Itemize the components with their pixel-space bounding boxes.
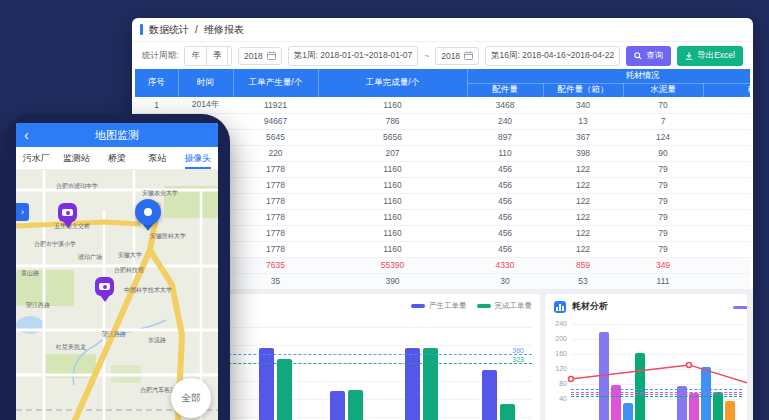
camera-pin-tail (100, 295, 110, 307)
table-cell: 240 (467, 113, 543, 129)
start-week-input[interactable]: 第1周: 2018-01-01~2018-01-07 (288, 46, 418, 66)
phone-tab[interactable]: 摄像头 (178, 147, 218, 169)
map-poi-label: 合肥市琥珀中学 (56, 182, 98, 191)
filter-bar: 统计周期: 年季月周日 2018 第1周: 2018-01-01~2018-01… (132, 42, 753, 69)
bar (348, 390, 363, 420)
end-year-select[interactable]: 2018 (435, 47, 479, 65)
table-cell: 367 (543, 129, 623, 145)
phone-screen: 地图监测 ‹ 污水厂监测站桥梁泵站摄像头 (16, 123, 218, 420)
table-cell: 7 (623, 113, 703, 129)
selected-camera-pin-tail (142, 223, 154, 237)
bar (330, 391, 345, 420)
table-cell: 390 (318, 273, 467, 289)
table-cell: 4330 (467, 257, 543, 273)
calendar-icon (464, 51, 473, 60)
table-cell: 1160 (318, 193, 467, 209)
sub-column-header: 水泥量 (623, 83, 703, 97)
map-view[interactable]: › 全部 合肥市琥珀中学安徽农业大学五里墩立交桥安徽医科大学合肥市宁溪小学琥珀广… (16, 170, 218, 420)
table-header: 序号时间工单产生量/个工单完成量/个耗材情况配件量配件量（箱）水泥量砂石量 (135, 69, 750, 97)
table-cell: 7635 (233, 257, 318, 273)
bar (405, 348, 420, 420)
table-row: 94667786240137650 (135, 113, 750, 129)
table-cell: 650 (703, 113, 750, 129)
table-cell: 2014年 (178, 97, 233, 113)
start-year-select[interactable]: 2018 (238, 47, 282, 65)
column-header: 时间 (178, 69, 233, 97)
selected-camera-pin[interactable] (135, 199, 161, 225)
table-cell: 456 (467, 241, 543, 257)
table-cell: 5656 (318, 129, 467, 145)
table-cell: 456 (467, 177, 543, 193)
sub-column-header: 砂石量 (703, 83, 750, 97)
period-label: 统计周期: (142, 50, 178, 62)
legend-swatch (411, 304, 425, 308)
end-week-input[interactable]: 第16周: 2018-04-16~2018-04-22 (485, 46, 620, 66)
map-poi-label: 红星美凯龙 (56, 343, 86, 352)
table-cell: 456 (467, 161, 543, 177)
table-cell: 67 (703, 225, 750, 241)
workorder-chart-legend: 产生工单量完成工单量 (411, 301, 532, 311)
camera-pin[interactable] (95, 277, 114, 296)
period-option[interactable]: 季 (206, 47, 228, 65)
table-cell: 90 (623, 145, 703, 161)
group-header: 耗材情况 (467, 69, 750, 83)
table-cell: 79 (623, 177, 703, 193)
table-cell: 11921 (233, 97, 318, 113)
table-cell: 79 (623, 161, 703, 177)
table-cell: 859 (543, 257, 623, 273)
phone-tab-bar: 污水厂监测站桥梁泵站摄像头 (16, 147, 218, 170)
table-cell: 125 (703, 129, 750, 145)
breadcrumb-accent (140, 24, 143, 35)
table-cell: 79 (623, 209, 703, 225)
map-poi-label: 黄山路 (21, 269, 39, 278)
table-cell: 111 (623, 273, 703, 289)
table-cell: 110 (467, 145, 543, 161)
start-week-value: 第1周: 2018-01-01~2018-01-07 (294, 50, 412, 62)
table-cell: 67 (703, 209, 750, 225)
legend-item: 产生工单量 (411, 301, 467, 311)
end-week-value: 第16周: 2018-04-16~2018-04-22 (491, 50, 614, 62)
legend-item: 完成工单量 (477, 301, 533, 311)
phone-tab[interactable]: 泵站 (137, 147, 177, 169)
table-cell: 122 (543, 161, 623, 177)
map-poi-label: 安徽农业大学 (142, 189, 178, 198)
table-cell: 3468 (467, 97, 543, 113)
table-cell: 124 (623, 129, 703, 145)
column-header: 工单完成量/个 (318, 69, 467, 97)
table-cell: 1160 (318, 177, 467, 193)
table-cell: 67 (703, 193, 750, 209)
period-option[interactable]: 年 (185, 47, 206, 65)
phone-tab[interactable]: 污水厂 (16, 147, 56, 169)
period-segment: 年季月周日 (184, 46, 232, 66)
breadcrumb-section[interactable]: 数据统计 (149, 23, 189, 37)
table-cell: 35 (233, 273, 318, 289)
table-cell: 79 (623, 225, 703, 241)
table-cell: 1160 (318, 161, 467, 177)
map-poi-label: 中国科学技术大学 (124, 286, 172, 295)
map-expand-button[interactable]: › (16, 203, 29, 221)
query-button-label: 查询 (646, 50, 663, 62)
table-cell: 250 (703, 97, 750, 113)
table-cell: 70 (623, 97, 703, 113)
map-poi-label: 合肥市宁溪小学 (34, 240, 76, 249)
end-year-value: 2018 (441, 51, 460, 61)
table-cell: 349 (623, 257, 703, 273)
table-cell: 122 (543, 209, 623, 225)
export-button-label: 导出Excel (697, 50, 735, 62)
breadcrumb-page: 维修报表 (204, 23, 244, 37)
show-all-button[interactable]: 全部 (171, 378, 211, 418)
phone-tab[interactable]: 桥梁 (97, 147, 137, 169)
period-option[interactable]: 月 (227, 47, 232, 65)
table-cell: 1778 (233, 209, 318, 225)
table-cell: 13 (543, 113, 623, 129)
export-excel-button[interactable]: 导出Excel (677, 46, 743, 66)
query-button[interactable]: 查询 (626, 46, 671, 66)
map-poi-label: 望江西路 (26, 301, 50, 310)
column-header: 序号 (135, 69, 178, 97)
camera-pin[interactable] (58, 203, 77, 222)
map-poi-label: 东流路 (148, 336, 166, 345)
table-row: 12014年119211160346834070250 (135, 97, 750, 113)
table-cell: 79 (623, 193, 703, 209)
table-cell: 122 (543, 225, 623, 241)
phone-tab[interactable]: 监测站 (56, 147, 96, 169)
